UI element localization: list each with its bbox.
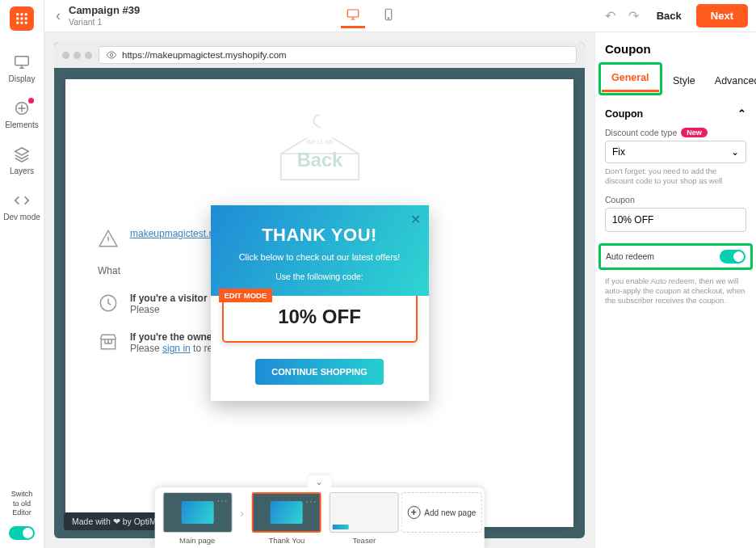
thumb-thankyou-label: Thank You (268, 536, 304, 545)
app-logo[interactable] (10, 6, 34, 31)
svg-rect-9 (15, 57, 29, 65)
edit-mode-badge: EDIT MODE (219, 289, 273, 302)
svg-point-13 (388, 18, 389, 19)
svg-text:WE'LL BE: WE'LL BE (306, 138, 334, 145)
device-desktop[interactable] (341, 3, 365, 28)
auto-redeem-toggle[interactable] (720, 250, 746, 263)
discount-type-value: Fix (612, 146, 625, 158)
svg-rect-6 (16, 22, 19, 24)
bg-owner-text: Please (130, 343, 162, 354)
window-dots-icon (62, 52, 92, 59)
url-text: https://makeupmagictest.myshopify.com (122, 50, 287, 60)
rail-elements-label: Elements (5, 120, 39, 129)
svg-rect-3 (16, 18, 19, 20)
arrow-icon: › (240, 507, 244, 531)
undo-button[interactable]: ↶ (602, 5, 619, 27)
auto-redeem-help: If you enable Auto redeem, then we will … (605, 276, 746, 306)
preview-canvas: https://makeupmagictest.myshopify.com WE… (54, 42, 585, 538)
thumb-teaser[interactable] (330, 492, 399, 533)
hanger-icon: WE'LL BEBack (259, 107, 380, 196)
device-mobile[interactable] (376, 3, 401, 28)
coupon-input[interactable] (605, 208, 746, 232)
discount-help-text: Don't forget: you need to add the discou… (605, 167, 746, 187)
rail-layers-label: Layers (10, 167, 34, 175)
notification-dot-icon (28, 98, 34, 103)
thumb-main-label: Main page (179, 536, 215, 545)
variant-label: Variant 1 (69, 17, 140, 27)
section-coupon-label: Coupon (605, 108, 643, 120)
popup-title: THANK YOU! (224, 225, 416, 246)
add-new-page-button[interactable]: + Add new page (401, 492, 482, 533)
bg-visitor-heading: If you're a visitor (130, 293, 208, 304)
desktop-icon (346, 7, 360, 22)
bg-signin-link: sign in (162, 343, 191, 354)
svg-rect-11 (347, 10, 359, 17)
add-page-label: Add new page (424, 508, 476, 517)
thumb-more-icon[interactable]: ⋯ (216, 495, 228, 508)
chevron-up-icon: ⌃ (737, 107, 746, 120)
rail-display-label: Display (9, 74, 36, 83)
sidebar-title: Coupon (595, 39, 756, 62)
thumb-more-icon[interactable]: ⋯ (305, 495, 317, 508)
switch-editor-label: Switch to old Editor (10, 487, 35, 521)
url-bar[interactable]: https://makeupmagictest.myshopify.com (99, 46, 577, 64)
warning-icon (98, 228, 119, 249)
discount-type-label: Discount code type (605, 128, 677, 137)
store-icon (98, 331, 119, 352)
campaign-title: Campaign #39 (69, 5, 140, 16)
popup-close-icon[interactable]: ✕ (410, 212, 421, 227)
thumb-main-page[interactable]: ⋯ (162, 492, 232, 533)
rail-devmode[interactable]: Dev mode (0, 183, 44, 230)
svg-rect-0 (16, 13, 19, 15)
switch-editor-toggle[interactable] (9, 526, 35, 540)
rail-layers[interactable]: Layers (0, 137, 44, 183)
page-tray: ⌄ ⋯ Main page › ⋯ Thank You Teaser + (154, 487, 485, 548)
svg-text:Back: Back (296, 150, 342, 171)
chevron-down-icon: ⌄ (731, 146, 739, 158)
svg-rect-4 (21, 18, 23, 20)
discount-type-select[interactable]: Fix ⌄ (605, 141, 746, 163)
tray-toggle-icon[interactable]: ⌄ (307, 475, 331, 487)
redo-button[interactable]: ↷ (625, 5, 642, 27)
svg-rect-1 (21, 13, 23, 15)
auto-redeem-label: Auto redeem (606, 251, 654, 261)
rail-display[interactable]: Display (0, 45, 44, 91)
coupon-field-label: Coupon (605, 195, 746, 204)
clock-icon (98, 293, 119, 314)
thumb-teaser-label: Teaser (353, 536, 376, 545)
rail-elements[interactable]: Elements (0, 91, 44, 137)
svg-rect-2 (25, 13, 27, 15)
section-coupon-toggle[interactable]: Coupon ⌃ (595, 99, 756, 128)
plus-icon: + (407, 506, 420, 519)
popup-preview[interactable]: ✕ THANK YOU! Click below to check out ou… (211, 205, 429, 401)
tab-style[interactable]: Style (663, 69, 705, 93)
new-badge: New (681, 128, 708, 137)
thumb-thank-you[interactable]: ⋯ (252, 492, 321, 533)
svg-rect-5 (25, 18, 27, 20)
eye-icon (106, 49, 117, 61)
svg-rect-8 (25, 22, 27, 24)
back-chevron-icon[interactable]: ‹ (52, 7, 64, 24)
continue-shopping-button[interactable]: CONTINUE SHOPPING (255, 359, 384, 385)
tab-general[interactable]: General (602, 65, 659, 92)
back-button[interactable]: Back (649, 5, 690, 27)
rail-devmode-label: Dev mode (3, 213, 40, 221)
mobile-icon (381, 7, 396, 22)
popup-subtitle: Click below to check out our latest offe… (224, 252, 416, 262)
bg-visitor-text: Please (130, 304, 160, 315)
svg-rect-7 (21, 22, 23, 24)
next-button[interactable]: Next (696, 4, 748, 27)
popup-code-label: Use the following code: (224, 272, 416, 281)
tab-advanced[interactable]: Advanced (705, 69, 756, 93)
svg-point-14 (110, 53, 113, 57)
